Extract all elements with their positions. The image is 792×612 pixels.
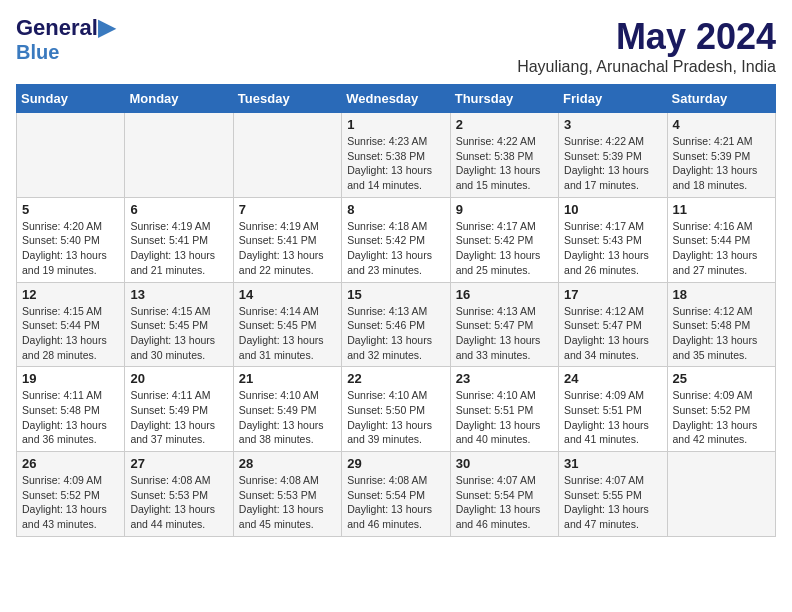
day-number: 9: [456, 202, 553, 217]
day-number: 23: [456, 371, 553, 386]
day-number: 22: [347, 371, 444, 386]
day-number: 19: [22, 371, 119, 386]
day-number: 18: [673, 287, 770, 302]
day-number: 27: [130, 456, 227, 471]
logo: General▶ Blue: [16, 16, 115, 64]
day-info: Sunrise: 4:12 AMSunset: 5:47 PMDaylight:…: [564, 304, 661, 363]
logo-general: General: [16, 15, 98, 40]
logo-blue: ▶: [98, 15, 115, 40]
day-cell: 23Sunrise: 4:10 AMSunset: 5:51 PMDayligh…: [450, 367, 558, 452]
day-cell: 5Sunrise: 4:20 AMSunset: 5:40 PMDaylight…: [17, 197, 125, 282]
day-cell: 10Sunrise: 4:17 AMSunset: 5:43 PMDayligh…: [559, 197, 667, 282]
col-header-sunday: Sunday: [17, 85, 125, 113]
day-cell: [17, 113, 125, 198]
day-cell: 3Sunrise: 4:22 AMSunset: 5:39 PMDaylight…: [559, 113, 667, 198]
day-cell: 6Sunrise: 4:19 AMSunset: 5:41 PMDaylight…: [125, 197, 233, 282]
day-info: Sunrise: 4:22 AMSunset: 5:38 PMDaylight:…: [456, 134, 553, 193]
day-number: 15: [347, 287, 444, 302]
day-info: Sunrise: 4:08 AMSunset: 5:53 PMDaylight:…: [130, 473, 227, 532]
day-cell: 9Sunrise: 4:17 AMSunset: 5:42 PMDaylight…: [450, 197, 558, 282]
day-info: Sunrise: 4:07 AMSunset: 5:55 PMDaylight:…: [564, 473, 661, 532]
day-number: 8: [347, 202, 444, 217]
logo-blue-text: Blue: [16, 41, 59, 63]
day-info: Sunrise: 4:10 AMSunset: 5:49 PMDaylight:…: [239, 388, 336, 447]
day-info: Sunrise: 4:14 AMSunset: 5:45 PMDaylight:…: [239, 304, 336, 363]
day-info: Sunrise: 4:15 AMSunset: 5:45 PMDaylight:…: [130, 304, 227, 363]
day-cell: [125, 113, 233, 198]
day-info: Sunrise: 4:08 AMSunset: 5:53 PMDaylight:…: [239, 473, 336, 532]
day-cell: 29Sunrise: 4:08 AMSunset: 5:54 PMDayligh…: [342, 452, 450, 537]
day-cell: 26Sunrise: 4:09 AMSunset: 5:52 PMDayligh…: [17, 452, 125, 537]
day-cell: 22Sunrise: 4:10 AMSunset: 5:50 PMDayligh…: [342, 367, 450, 452]
location: Hayuliang, Arunachal Pradesh, India: [517, 58, 776, 76]
day-cell: 2Sunrise: 4:22 AMSunset: 5:38 PMDaylight…: [450, 113, 558, 198]
day-cell: 19Sunrise: 4:11 AMSunset: 5:48 PMDayligh…: [17, 367, 125, 452]
day-info: Sunrise: 4:13 AMSunset: 5:47 PMDaylight:…: [456, 304, 553, 363]
day-number: 14: [239, 287, 336, 302]
week-row-2: 5Sunrise: 4:20 AMSunset: 5:40 PMDaylight…: [17, 197, 776, 282]
day-info: Sunrise: 4:11 AMSunset: 5:48 PMDaylight:…: [22, 388, 119, 447]
day-number: 2: [456, 117, 553, 132]
day-info: Sunrise: 4:09 AMSunset: 5:52 PMDaylight:…: [22, 473, 119, 532]
day-info: Sunrise: 4:17 AMSunset: 5:43 PMDaylight:…: [564, 219, 661, 278]
col-header-saturday: Saturday: [667, 85, 775, 113]
day-cell: 1Sunrise: 4:23 AMSunset: 5:38 PMDaylight…: [342, 113, 450, 198]
day-info: Sunrise: 4:10 AMSunset: 5:50 PMDaylight:…: [347, 388, 444, 447]
day-info: Sunrise: 4:08 AMSunset: 5:54 PMDaylight:…: [347, 473, 444, 532]
day-info: Sunrise: 4:11 AMSunset: 5:49 PMDaylight:…: [130, 388, 227, 447]
day-number: 13: [130, 287, 227, 302]
week-row-1: 1Sunrise: 4:23 AMSunset: 5:38 PMDaylight…: [17, 113, 776, 198]
day-cell: 4Sunrise: 4:21 AMSunset: 5:39 PMDaylight…: [667, 113, 775, 198]
day-info: Sunrise: 4:10 AMSunset: 5:51 PMDaylight:…: [456, 388, 553, 447]
day-cell: 20Sunrise: 4:11 AMSunset: 5:49 PMDayligh…: [125, 367, 233, 452]
col-header-tuesday: Tuesday: [233, 85, 341, 113]
day-number: 21: [239, 371, 336, 386]
day-number: 17: [564, 287, 661, 302]
logo-text: General▶ Blue: [16, 16, 115, 64]
day-number: 20: [130, 371, 227, 386]
day-number: 3: [564, 117, 661, 132]
day-cell: 24Sunrise: 4:09 AMSunset: 5:51 PMDayligh…: [559, 367, 667, 452]
day-cell: 7Sunrise: 4:19 AMSunset: 5:41 PMDaylight…: [233, 197, 341, 282]
day-number: 29: [347, 456, 444, 471]
day-info: Sunrise: 4:12 AMSunset: 5:48 PMDaylight:…: [673, 304, 770, 363]
day-number: 1: [347, 117, 444, 132]
day-info: Sunrise: 4:09 AMSunset: 5:52 PMDaylight:…: [673, 388, 770, 447]
day-cell: 27Sunrise: 4:08 AMSunset: 5:53 PMDayligh…: [125, 452, 233, 537]
day-number: 4: [673, 117, 770, 132]
day-info: Sunrise: 4:19 AMSunset: 5:41 PMDaylight:…: [130, 219, 227, 278]
day-info: Sunrise: 4:15 AMSunset: 5:44 PMDaylight:…: [22, 304, 119, 363]
week-row-4: 19Sunrise: 4:11 AMSunset: 5:48 PMDayligh…: [17, 367, 776, 452]
day-number: 25: [673, 371, 770, 386]
day-cell: 25Sunrise: 4:09 AMSunset: 5:52 PMDayligh…: [667, 367, 775, 452]
day-info: Sunrise: 4:16 AMSunset: 5:44 PMDaylight:…: [673, 219, 770, 278]
day-cell: 11Sunrise: 4:16 AMSunset: 5:44 PMDayligh…: [667, 197, 775, 282]
day-cell: 8Sunrise: 4:18 AMSunset: 5:42 PMDaylight…: [342, 197, 450, 282]
day-number: 5: [22, 202, 119, 217]
day-cell: 30Sunrise: 4:07 AMSunset: 5:54 PMDayligh…: [450, 452, 558, 537]
day-info: Sunrise: 4:20 AMSunset: 5:40 PMDaylight:…: [22, 219, 119, 278]
day-info: Sunrise: 4:21 AMSunset: 5:39 PMDaylight:…: [673, 134, 770, 193]
day-info: Sunrise: 4:07 AMSunset: 5:54 PMDaylight:…: [456, 473, 553, 532]
month-year: May 2024: [517, 16, 776, 58]
col-header-friday: Friday: [559, 85, 667, 113]
day-cell: 17Sunrise: 4:12 AMSunset: 5:47 PMDayligh…: [559, 282, 667, 367]
day-cell: 15Sunrise: 4:13 AMSunset: 5:46 PMDayligh…: [342, 282, 450, 367]
week-row-5: 26Sunrise: 4:09 AMSunset: 5:52 PMDayligh…: [17, 452, 776, 537]
calendar-table: SundayMondayTuesdayWednesdayThursdayFrid…: [16, 84, 776, 537]
day-cell: 12Sunrise: 4:15 AMSunset: 5:44 PMDayligh…: [17, 282, 125, 367]
day-cell: 18Sunrise: 4:12 AMSunset: 5:48 PMDayligh…: [667, 282, 775, 367]
page-header: General▶ Blue May 2024 Hayuliang, Arunac…: [16, 16, 776, 76]
day-info: Sunrise: 4:09 AMSunset: 5:51 PMDaylight:…: [564, 388, 661, 447]
header-row: SundayMondayTuesdayWednesdayThursdayFrid…: [17, 85, 776, 113]
day-cell: [233, 113, 341, 198]
day-number: 24: [564, 371, 661, 386]
day-info: Sunrise: 4:13 AMSunset: 5:46 PMDaylight:…: [347, 304, 444, 363]
day-info: Sunrise: 4:19 AMSunset: 5:41 PMDaylight:…: [239, 219, 336, 278]
day-info: Sunrise: 4:17 AMSunset: 5:42 PMDaylight:…: [456, 219, 553, 278]
day-number: 28: [239, 456, 336, 471]
day-number: 30: [456, 456, 553, 471]
day-cell: 16Sunrise: 4:13 AMSunset: 5:47 PMDayligh…: [450, 282, 558, 367]
day-cell: 14Sunrise: 4:14 AMSunset: 5:45 PMDayligh…: [233, 282, 341, 367]
col-header-wednesday: Wednesday: [342, 85, 450, 113]
